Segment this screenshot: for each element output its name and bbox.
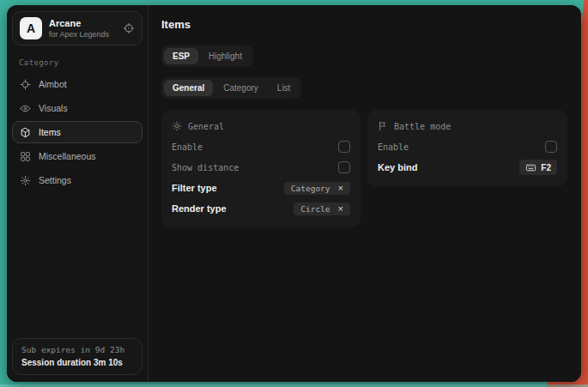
- flag-icon: [378, 121, 388, 131]
- filter-type-value: Category: [291, 184, 330, 193]
- battle-panel-title: Battle mode: [394, 122, 451, 131]
- keyboard-icon: [525, 162, 536, 173]
- brand-text: Arcane for Apex Legends: [49, 18, 116, 39]
- brand-logo-letter: A: [27, 21, 35, 35]
- tab-general[interactable]: General: [164, 80, 213, 96]
- mode-tab-row: ESP Highlight: [161, 45, 567, 67]
- filter-type-label: Filter type: [172, 183, 217, 193]
- session-duration-text: Session duration 3m 10s: [21, 358, 133, 367]
- sidebar-section-label: Category: [19, 58, 136, 67]
- sidebar-item-label: Settings: [39, 175, 71, 185]
- mode-tab-group: ESP Highlight: [161, 45, 253, 67]
- show-distance-row: Show distance: [172, 157, 350, 178]
- brand-name: Arcane: [49, 18, 116, 29]
- brand-card: A Arcane for Apex Legends: [12, 11, 142, 45]
- tab-esp[interactable]: ESP: [164, 48, 198, 64]
- general-panel-header: General: [172, 118, 350, 135]
- enable-checkbox[interactable]: [338, 141, 350, 153]
- main-content: Items ESP Highlight General Category Lis…: [149, 5, 581, 382]
- sub-expires-text: Sub expires in 9d 23h: [21, 345, 133, 354]
- battle-enable-checkbox[interactable]: [545, 141, 557, 153]
- cube-icon: [20, 127, 31, 138]
- sidebar-item-aimbot[interactable]: Aimbot: [12, 73, 142, 95]
- view-tab-group: General Category List: [161, 77, 301, 99]
- sidebar-item-visuals[interactable]: Visuals: [12, 97, 142, 119]
- filter-type-row: Filter type Category ×: [172, 178, 350, 198]
- battle-mode-panel: Battle mode Enable Key bind: [367, 110, 567, 186]
- subscription-card: Sub expires in 9d 23h Session duration 3…: [12, 338, 142, 375]
- battle-panel-header: Battle mode: [378, 118, 557, 135]
- enable-label: Enable: [172, 142, 203, 152]
- key-bind-row: Key bind F2: [378, 157, 557, 178]
- sidebar-item-miscellaneous[interactable]: Miscellaneous: [12, 145, 142, 167]
- sidebar-item-label: Visuals: [39, 103, 68, 113]
- render-type-tag[interactable]: Circle ×: [294, 203, 350, 215]
- tab-category[interactable]: Category: [215, 80, 267, 96]
- sun-icon: [172, 121, 182, 131]
- show-distance-label: Show distance: [172, 163, 239, 172]
- grid-icon: [20, 151, 31, 162]
- general-panel: General Enable Show distance Filter type…: [161, 110, 361, 227]
- enable-row: Enable: [172, 136, 350, 157]
- filter-type-tag[interactable]: Category ×: [284, 182, 350, 195]
- sidebar-item-label: Items: [39, 127, 61, 137]
- crosshair-icon: [20, 79, 31, 90]
- render-type-value: Circle: [300, 204, 330, 214]
- render-type-label: Render type: [172, 203, 227, 214]
- brand-subtitle: for Apex Legends: [49, 30, 116, 39]
- eye-icon: [20, 103, 31, 114]
- key-bind-badge[interactable]: F2: [519, 160, 557, 175]
- brand-logo: A: [20, 17, 42, 39]
- battle-enable-row: Enable: [378, 136, 557, 157]
- panels-row: General Enable Show distance Filter type…: [161, 110, 567, 227]
- tab-highlight[interactable]: Highlight: [200, 48, 251, 64]
- show-distance-checkbox[interactable]: [338, 161, 350, 173]
- close-icon[interactable]: ×: [338, 184, 343, 193]
- gear-icon: [20, 175, 31, 186]
- crosshair-target-icon[interactable]: [123, 22, 135, 34]
- page-title: Items: [161, 18, 567, 31]
- sidebar-item-settings[interactable]: Settings: [12, 169, 142, 191]
- app-window: A Arcane for Apex Legends Category: [7, 5, 581, 382]
- general-panel-title: General: [188, 122, 224, 131]
- key-bind-label: Key bind: [378, 162, 417, 172]
- sidebar: A Arcane for Apex Legends Category: [7, 5, 149, 382]
- close-icon[interactable]: ×: [338, 204, 343, 214]
- key-bind-value: F2: [541, 163, 551, 172]
- render-type-row: Render type Circle ×: [172, 198, 350, 219]
- tab-list[interactable]: List: [269, 80, 300, 96]
- sidebar-item-label: Aimbot: [39, 79, 67, 89]
- view-tab-row: General Category List: [161, 77, 567, 99]
- sidebar-item-items[interactable]: Items: [12, 121, 142, 143]
- sidebar-nav: Aimbot Visuals: [12, 73, 142, 191]
- battle-enable-label: Enable: [378, 142, 409, 152]
- sidebar-item-label: Miscellaneous: [39, 151, 96, 161]
